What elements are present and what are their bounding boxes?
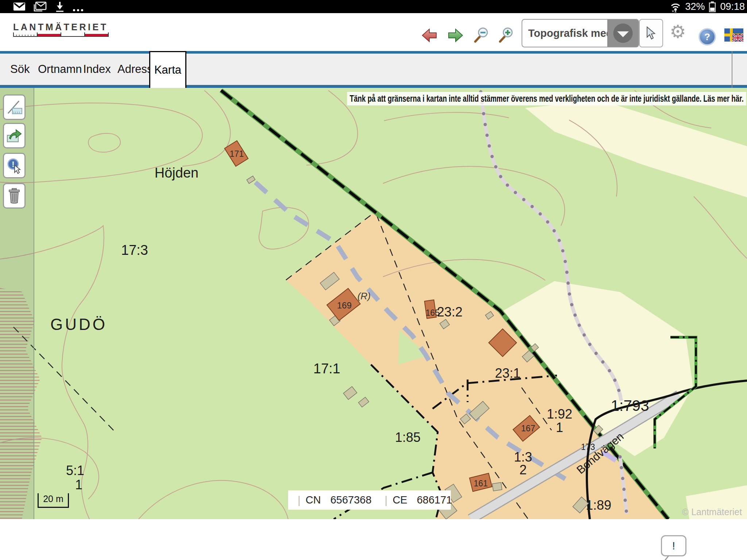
tab-index[interactable]: Index	[83, 54, 111, 85]
battery-percent: 32%	[685, 1, 705, 12]
svg-text:17:1: 17:1	[313, 361, 340, 376]
svg-text:23:2: 23:2	[437, 304, 462, 319]
svg-text:2: 2	[519, 462, 527, 477]
bottom-strip: !	[0, 519, 747, 560]
gmail-icon	[33, 1, 47, 12]
app-header: LANTMÄTERIET	[0, 13, 747, 51]
svg-text:1: 1	[75, 477, 82, 492]
more-dots-icon	[72, 1, 85, 12]
help-button[interactable]: ?	[699, 28, 716, 45]
svg-text:5:1: 5:1	[66, 463, 84, 478]
delete-button[interactable]	[3, 183, 26, 209]
svg-text:161: 161	[474, 479, 488, 488]
language-toggle-button[interactable]	[724, 28, 743, 43]
page: 32% 09:18 LANTMÄTERIET	[0, 0, 747, 560]
android-status-bar: 32% 09:18	[0, 0, 747, 13]
clock: 09:18	[720, 1, 745, 12]
svg-text:167: 167	[521, 424, 535, 433]
svg-text:1:793: 1:793	[611, 397, 649, 414]
status-notification-icons	[13, 1, 85, 12]
wifi-icon	[670, 1, 681, 12]
info-icon: !	[6, 157, 23, 174]
svg-text:1: 1	[556, 420, 563, 435]
svg-text:Höjden: Höjden	[155, 165, 198, 180]
tab-adress[interactable]: Adress	[117, 54, 152, 85]
measure-icon	[6, 99, 23, 116]
svg-text:1:89: 1:89	[586, 498, 611, 513]
help-icon: ?	[704, 31, 710, 43]
forward-button[interactable]	[448, 28, 463, 44]
tab-karta[interactable]: Karta	[149, 51, 186, 88]
settings-button[interactable]: ⚙	[670, 21, 686, 42]
separator: |	[385, 494, 388, 506]
zoom-out-button[interactable]	[473, 27, 489, 44]
zoom-in-button[interactable]	[498, 27, 514, 44]
mail-icon	[13, 2, 26, 11]
svg-text:GUDÖ: GUDÖ	[50, 315, 107, 333]
measure-tool-button[interactable]	[3, 94, 26, 120]
status-system-icons: 32% 09:18	[670, 1, 745, 12]
svg-text:1:92: 1:92	[547, 407, 572, 421]
svg-text:1:85: 1:85	[395, 430, 421, 445]
export-icon	[6, 127, 23, 144]
logo-ruler-graphic	[13, 32, 109, 38]
export-button[interactable]	[3, 123, 26, 148]
download-icon	[55, 1, 65, 12]
pointer-cursor-icon	[646, 26, 657, 40]
map-layer-select[interactable]: Topografisk med gr	[522, 19, 639, 47]
layer-select-dropdown-button[interactable]	[607, 20, 638, 47]
svg-text:173: 173	[581, 442, 595, 452]
cn-label: CN	[306, 494, 321, 506]
tab-bar-divider	[732, 51, 732, 88]
svg-text:!: !	[12, 160, 14, 169]
info-button[interactable]: !	[3, 153, 26, 178]
ce-label: CE	[392, 494, 407, 506]
trash-icon	[6, 187, 23, 204]
map-disclaimer[interactable]: Tänk på att gränserna i kartan inte allt…	[347, 92, 746, 105]
pointer-tool-button[interactable]	[639, 19, 663, 47]
svg-text:171: 171	[230, 149, 244, 159]
svg-text:169: 169	[337, 300, 352, 310]
svg-text:17:3: 17:3	[121, 242, 148, 258]
map-canvas[interactable]: Höjden17117:3GUDÖ169(R)16523:217:123:11:…	[0, 88, 747, 519]
map-container: Höjden17117:3GUDÖ169(R)16523:217:123:11:…	[0, 88, 747, 519]
back-button[interactable]	[422, 28, 437, 44]
ce-value: 686171	[417, 494, 452, 506]
language-flag-icon	[724, 28, 743, 42]
tab-ortnamn[interactable]: Ortnamn	[38, 54, 82, 85]
tab-sok[interactable]: Sök	[10, 54, 30, 85]
alert-callout[interactable]: !	[661, 535, 686, 556]
svg-text:23:1: 23:1	[495, 366, 520, 381]
scale-bar: 20 m	[38, 493, 69, 508]
scale-label: 20 m	[43, 494, 63, 504]
logo-text: LANTMÄTERIET	[13, 22, 109, 32]
lantmateriet-logo[interactable]: LANTMÄTERIET	[13, 22, 109, 39]
separator: |	[298, 494, 301, 506]
tab-bar: Sök Ortnamn Index Adress Karta	[0, 51, 747, 88]
gear-icon: ⚙	[670, 22, 686, 42]
coordinate-bar: | CN 6567368 | CE 686171	[288, 490, 451, 510]
dropdown-arrow-icon	[617, 31, 629, 37]
battery-icon	[708, 1, 716, 12]
svg-text:(R): (R)	[357, 291, 371, 302]
alert-callout-text: !	[672, 540, 675, 552]
cn-value: 6567368	[330, 494, 372, 506]
svg-text:© Lantmäteriet: © Lantmäteriet	[682, 507, 742, 517]
